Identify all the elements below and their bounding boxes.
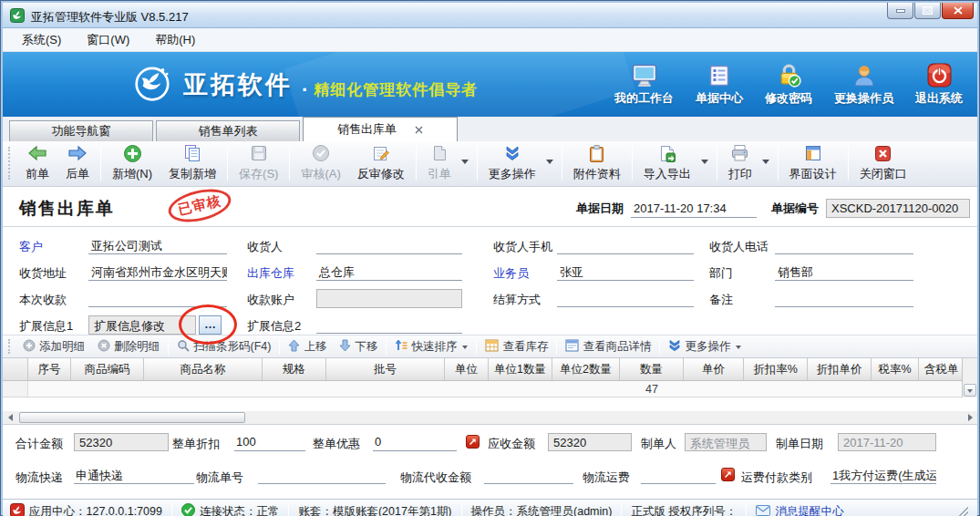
- action-document-center[interactable]: 单据中心: [696, 63, 743, 107]
- scroll-thumb[interactable]: [19, 412, 245, 423]
- tab-sales-order-list[interactable]: 销售单列表: [156, 120, 300, 141]
- col-header-spec[interactable]: 规格: [263, 358, 326, 380]
- scroll-down-button[interactable]: [964, 384, 976, 397]
- menu-item-system[interactable]: 系统(S): [12, 29, 71, 51]
- order-reduction-field[interactable]: 0: [373, 434, 457, 451]
- label-order-discount: 整单折扣: [172, 436, 220, 452]
- ui-design-button[interactable]: 界面设计: [781, 141, 845, 184]
- action-my-workspace[interactable]: 我的工作台: [614, 63, 674, 107]
- tab-close-icon[interactable]: [415, 126, 423, 134]
- address-field[interactable]: 河南省郑州市金水区明天财: [88, 263, 227, 281]
- col-header-tax-rate[interactable]: 税率%: [872, 358, 919, 380]
- table-header-row: 序号 商品编码 商品名称 规格 批号 单位 单位1数量 单位2数量 数量 单价 …: [3, 358, 962, 381]
- next-order-button[interactable]: 后单: [57, 141, 98, 184]
- customer-field[interactable]: 亚拓公司测试: [88, 236, 227, 254]
- menu-item-window[interactable]: 窗口(W): [77, 29, 139, 51]
- col-header-discount-price[interactable]: 折扣单价: [808, 358, 872, 380]
- freight-field[interactable]: [641, 467, 716, 484]
- check-circle-icon: [312, 143, 330, 163]
- cod-amount-field[interactable]: [484, 467, 573, 484]
- freight-pay-type-field[interactable]: 1我方付运费(生成运: [830, 467, 936, 484]
- dropdown-caret-icon[interactable]: [461, 160, 469, 168]
- h-scrollbar[interactable]: [3, 411, 977, 425]
- delete-detail-button[interactable]: 删除明细: [91, 339, 166, 355]
- scan-barcode-button[interactable]: 扫描条形码(F4): [170, 339, 277, 355]
- col-header-product-code[interactable]: 商品编码: [71, 358, 144, 380]
- quick-calc-button[interactable]: [466, 435, 480, 449]
- main-toolbar: 前单 后单 新增(N) 复制新增 保存(S) 审: [3, 141, 977, 187]
- col-header-unit1-qty[interactable]: 单位1数量: [489, 358, 552, 380]
- consignee-phone-field[interactable]: [775, 236, 913, 254]
- consignee-field[interactable]: [316, 236, 462, 254]
- detail-toolbar-grip[interactable]: [8, 339, 12, 354]
- connection-ok-icon: [181, 503, 195, 516]
- label-cod-amount: 物流代收金额: [400, 470, 471, 486]
- tab-function-nav[interactable]: 功能导航窗: [9, 120, 153, 141]
- warehouse-field[interactable]: 总仓库: [316, 263, 462, 281]
- more-actions-button[interactable]: 更多操作: [480, 141, 544, 184]
- close-window-icon: [874, 143, 892, 163]
- tracking-no-field[interactable]: [258, 467, 386, 484]
- resize-grip[interactable]: [959, 507, 968, 516]
- quick-sort-button[interactable]: 快速排序: [388, 339, 474, 355]
- dropdown-caret-icon[interactable]: [701, 160, 708, 168]
- add-new-button[interactable]: 新增(N): [104, 141, 160, 184]
- move-up-button[interactable]: 上移: [282, 339, 333, 355]
- department-field[interactable]: 销售部: [775, 263, 913, 281]
- maximize-button[interactable]: [914, 3, 941, 19]
- consignee-mobile-field[interactable]: [557, 236, 694, 254]
- close-button[interactable]: [942, 3, 974, 19]
- scroll-right-button[interactable]: [963, 412, 977, 423]
- ext2-field[interactable]: [316, 315, 462, 334]
- window-titlebar: 亚拓管理软件专业版 V8.5.217: [3, 3, 977, 28]
- statusbar-separator: [461, 504, 462, 516]
- logistics-express-field[interactable]: 申通快递: [74, 467, 194, 484]
- col-header-batch-no[interactable]: 批号: [326, 358, 445, 380]
- label-order-reduction: 整单优惠: [313, 436, 360, 452]
- dropdown-caret-icon[interactable]: [762, 160, 769, 168]
- salesman-field[interactable]: 张亚: [557, 263, 694, 281]
- toolbar-grip[interactable]: [8, 147, 12, 180]
- action-exit-system[interactable]: 退出系统: [915, 63, 963, 107]
- status-app-center: 应用中心：127.0.0.1:7099: [10, 503, 162, 516]
- save-icon: [250, 143, 268, 163]
- scroll-left-button[interactable]: [3, 412, 17, 423]
- col-header-discount-rate[interactable]: 折扣率%: [744, 358, 808, 380]
- copy-new-button[interactable]: 复制新增: [160, 141, 224, 184]
- action-switch-operator[interactable]: 更换操作员: [834, 63, 893, 107]
- close-window-button[interactable]: 关闭窗口: [851, 141, 915, 184]
- remark-field[interactable]: [775, 289, 913, 307]
- unaudit-modify-button[interactable]: 反审修改: [349, 141, 413, 184]
- dropdown-caret-icon[interactable]: [546, 160, 553, 168]
- attachments-button[interactable]: 附件资料: [565, 141, 629, 184]
- view-product-button[interactable]: 查看商品详情: [559, 339, 657, 355]
- tab-sales-outbound[interactable]: 销售出库单: [303, 117, 458, 141]
- ellipsis-button[interactable]: …: [199, 315, 222, 335]
- col-header-unit[interactable]: 单位: [445, 358, 489, 380]
- col-header-qty[interactable]: 数量: [620, 358, 684, 380]
- statusbar-separator: [288, 504, 289, 516]
- current-payment-field[interactable]: [88, 289, 227, 307]
- col-header-price[interactable]: 单价: [684, 358, 744, 380]
- print-button[interactable]: 打印: [720, 141, 760, 184]
- order-discount-field[interactable]: 100: [234, 434, 305, 451]
- doc-date-field[interactable]: 2017-11-20 17:34: [631, 200, 757, 218]
- v-scrollbar[interactable]: [962, 358, 977, 397]
- settlement-field[interactable]: [557, 289, 694, 307]
- quick-calc-button[interactable]: [721, 468, 735, 481]
- col-header-tax-price[interactable]: 含税单: [919, 358, 962, 380]
- import-export-button[interactable]: 导入导出: [635, 141, 699, 184]
- action-change-password[interactable]: 修改密码: [765, 63, 812, 107]
- move-down-button[interactable]: 下移: [333, 339, 384, 355]
- menu-item-help[interactable]: 帮助(H): [145, 29, 205, 51]
- toolbar-separator: [100, 146, 101, 181]
- more-detail-actions-button[interactable]: 更多操作: [662, 339, 748, 355]
- col-header-product-name[interactable]: 商品名称: [144, 358, 263, 380]
- prev-order-button[interactable]: 前单: [17, 141, 57, 184]
- message-center-link[interactable]: 消息提醒中心: [756, 504, 843, 516]
- col-header-unit2-qty[interactable]: 单位2数量: [552, 358, 620, 380]
- col-header-seq[interactable]: 序号: [28, 358, 71, 380]
- add-detail-button[interactable]: 添加明细: [16, 339, 91, 355]
- minimize-button[interactable]: [887, 3, 913, 19]
- view-stock-button[interactable]: 查看库存: [479, 339, 554, 355]
